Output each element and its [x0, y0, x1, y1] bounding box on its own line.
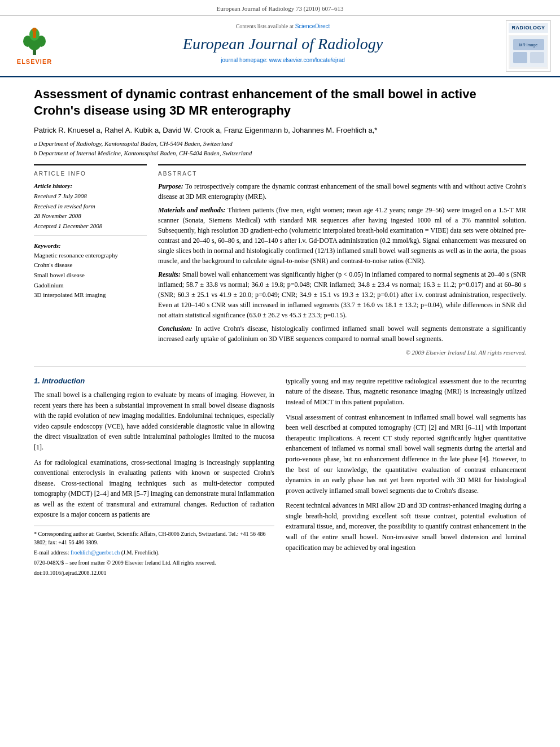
abstract-column: ABSTRACT Purpose: To retrospectively com…: [158, 164, 526, 357]
radiology-badge: RADIOLOGY MR Image: [506, 20, 551, 72]
article-history: Article history: Received 7 July 2008 Re…: [34, 181, 147, 231]
svg-rect-9: [513, 52, 527, 63]
right-para-2: Visual assessment of contrast enhancemen…: [286, 412, 526, 496]
abstract-results-para: Results: Small bowel wall enhancement wa…: [158, 269, 526, 320]
page-container: European Journal of Radiology 73 (2010) …: [0, 0, 560, 588]
footer-email[interactable]: froehlich@guerbet.ch: [71, 549, 120, 556]
purpose-text: To retrospectively compare the dynamic c…: [158, 182, 526, 200]
received-date: Received 7 July 2008: [34, 191, 147, 202]
section1-heading: 1. Introduction: [34, 376, 274, 386]
affiliation-b: b Department of Internal Medicine, Kanto…: [34, 148, 526, 158]
section1-number: 1.: [34, 377, 40, 385]
journal-title-area: Contents lists available at ScienceDirec…: [60, 20, 506, 72]
article-container: Assessment of dynamic contrast enhanceme…: [0, 77, 560, 588]
abstract-label: ABSTRACT: [158, 170, 526, 178]
footer-doi: doi:10.1016/j.ejrad.2008.12.001: [34, 569, 274, 577]
keywords-section: Keywords: Magnetic resonance enterograph…: [34, 242, 147, 300]
article-info-abstract-columns: ARTICLE INFO Article history: Received 7…: [34, 164, 526, 357]
contents-label: Contents lists available at: [236, 23, 294, 29]
footer-notes: * Corresponding author at: Guerbet, Scie…: [34, 526, 274, 577]
methods-label: Materials and methods:: [158, 206, 225, 214]
abstract-conclusion-para: Conclusion: In active Crohn's disease, h…: [158, 324, 526, 344]
journal-homepage: journal homepage: www.elsevier.com/locat…: [65, 56, 500, 64]
abstract-purpose-para: Purpose: To retrospectively compare the …: [158, 181, 526, 202]
footer-issn: 0720-048X/$ – see front matter © 2009 El…: [34, 558, 274, 567]
intro-para-1: The small bowel is a challenging region …: [34, 390, 274, 453]
keyword-4: Gadolinium: [34, 281, 147, 291]
body-left-text: The small bowel is a challenging region …: [34, 390, 274, 520]
radiology-badge-image: MR Image: [509, 35, 548, 69]
homepage-url[interactable]: www.elsevier.com/locate/ejrad: [269, 57, 345, 63]
keyword-2: Crohn's disease: [34, 260, 147, 270]
radiology-badge-title: RADIOLOGY: [509, 23, 548, 33]
methods-text: Thirteen patients (five men, eight women…: [158, 206, 526, 265]
journal-reference-bar: European Journal of Radiology 73 (2010) …: [0, 0, 560, 16]
body-columns: 1. Introduction The small bowel is a cha…: [34, 376, 526, 579]
footer-star-note: * Corresponding author at: Guerbet, Scie…: [34, 530, 274, 547]
journal-reference: European Journal of Radiology 73 (2010) …: [217, 5, 344, 12]
keyword-3: Small bowel disease: [34, 270, 147, 281]
sciencedirect-link[interactable]: ScienceDirect: [295, 23, 330, 29]
history-title: Article history:: [34, 181, 147, 191]
received-revised-label: Received in revised form: [34, 202, 147, 212]
footer-email-line: E-mail address: froehlich@guerbet.ch (J.…: [34, 548, 274, 557]
svg-rect-6: [33, 32, 36, 38]
elsevier-tree-icon: [18, 25, 51, 56]
article-title: Assessment of dynamic contrast enhanceme…: [34, 86, 526, 119]
abstract-text: Purpose: To retrospectively compare the …: [158, 181, 526, 344]
keyword-5: 3D interpolated MR imaging: [34, 290, 147, 300]
sciencedirect-line: Contents lists available at ScienceDirec…: [65, 23, 500, 30]
body-right-column: typically young and may require repetiti…: [286, 376, 526, 579]
copyright-line: © 2009 Elsevier Ireland Ltd. All rights …: [158, 348, 526, 357]
section-divider: [34, 366, 526, 367]
article-info-column: ARTICLE INFO Article history: Received 7…: [34, 164, 147, 357]
results-label: Results:: [158, 270, 181, 278]
body-left-column: 1. Introduction The small bowel is a cha…: [34, 376, 274, 579]
elsevier-logo: ELSEVIER: [9, 20, 60, 72]
footer-email-suffix: (J.M. Froehlich).: [121, 549, 160, 556]
article-info-box: ARTICLE INFO Article history: Received 7…: [34, 164, 147, 236]
results-text: Small bowel wall enhancement was signifi…: [158, 270, 526, 319]
received-revised-date: 28 November 2008: [34, 211, 147, 221]
svg-point-5: [32, 28, 37, 32]
conclusion-text: In active Crohn's disease, histologicall…: [158, 325, 526, 343]
right-para-1: typically young and may require repetiti…: [286, 376, 526, 408]
elsevier-label: ELSEVIER: [17, 58, 52, 66]
section1-title: Introduction: [42, 377, 85, 385]
homepage-label: journal homepage:: [221, 57, 268, 63]
footer-email-label: E-mail address:: [34, 549, 69, 556]
journal-name: European Journal of Radiology: [65, 33, 500, 55]
authors-text: Patrick R. Knuesel a, Rahel A. Kubik a, …: [34, 126, 377, 134]
keywords-title: Keywords:: [34, 242, 147, 250]
journal-header: ELSEVIER Contents lists available at Sci…: [0, 16, 560, 77]
affiliation-a: a Department of Radiology, Kantonsspital…: [34, 139, 526, 148]
article-info-label: ARTICLE INFO: [34, 170, 147, 178]
abstract-methods-para: Materials and methods: Thirteen patients…: [158, 205, 526, 266]
authors-line: Patrick R. Knuesel a, Rahel A. Kubik a, …: [34, 125, 526, 136]
svg-text:MR Image: MR Image: [519, 43, 537, 47]
abstract-box: ABSTRACT Purpose: To retrospectively com…: [158, 164, 526, 357]
keyword-1: Magnetic resonance enterography: [34, 251, 147, 261]
body-right-text: typically young and may require repetiti…: [286, 376, 526, 553]
intro-para-2: As for radiological examinations, cross-…: [34, 457, 274, 521]
conclusion-label: Conclusion:: [158, 325, 193, 333]
accepted-date: Accepted 1 December 2008: [34, 221, 147, 231]
svg-rect-10: [530, 52, 544, 63]
affiliations: a Department of Radiology, Kantonsspital…: [34, 139, 526, 158]
right-para-3: Recent technical advances in MRI allow 2…: [286, 500, 526, 553]
purpose-label: Purpose:: [158, 182, 183, 190]
